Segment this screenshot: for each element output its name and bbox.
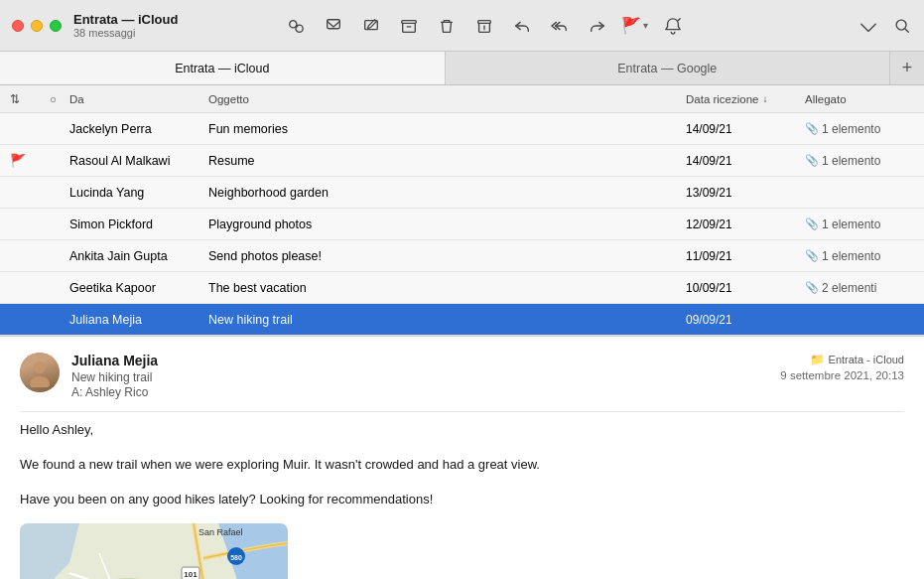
svg-point-10 — [34, 362, 46, 373]
from-cell: Lucinda Yang — [69, 186, 208, 200]
toolbar-right — [858, 16, 912, 36]
svg-rect-5 — [478, 20, 491, 23]
date-cell: 13/09/21 — [686, 186, 805, 200]
subject-cell: Resume — [208, 154, 686, 168]
date-cell: 11/09/21 — [686, 249, 805, 263]
attachment-header[interactable]: Allegato — [805, 93, 924, 105]
flag-dropdown-icon: ▾ — [643, 20, 648, 31]
minimize-button[interactable] — [31, 20, 43, 32]
subject-cell: Send photos please! — [208, 249, 686, 263]
attach-cell: 📎1 elemento — [805, 154, 924, 168]
paperclip-icon: 📎 — [805, 122, 819, 135]
window-title: Entrata — iCloud — [73, 12, 178, 27]
email-detail-pane: Juliana Mejia New hiking trail A: Ashley… — [0, 336, 924, 579]
svg-point-8 — [896, 20, 906, 30]
reply-all-icon[interactable] — [550, 16, 570, 36]
from-cell: Rasoul Al Malkawi — [69, 154, 208, 168]
svg-text:580: 580 — [230, 554, 242, 561]
body-paragraph-2: We found a new trail when we were explor… — [20, 455, 904, 476]
table-row[interactable]: Lucinda Yang Neighborhood garden 13/09/2… — [0, 177, 924, 209]
received-time: 9 settembre 2021, 20:13 — [780, 369, 904, 381]
svg-line-9 — [905, 29, 908, 32]
junk-icon[interactable] — [474, 16, 494, 36]
tab-google[interactable]: Entrata — Google — [446, 52, 891, 84]
attach-cell: 📎1 elemento — [805, 217, 924, 231]
date-cell: 09/09/21 — [686, 313, 805, 327]
date-cell: 14/09/21 — [686, 154, 805, 168]
to-line: A: Ashley Rico — [71, 385, 780, 399]
map-svg: San Rafael Bolinas Muir Woods National M… — [20, 523, 288, 579]
search-icon[interactable] — [892, 16, 912, 36]
from-cell: Geetika Kapoor — [69, 281, 208, 295]
reply-icon[interactable] — [512, 16, 532, 36]
flag-icon: 🚩 — [621, 16, 641, 35]
forward-icon[interactable] — [588, 16, 607, 36]
subject-header[interactable]: Oggetto — [208, 93, 686, 105]
body-paragraph-1: Hello Ashley, — [20, 420, 904, 441]
flag-cell: 🚩 — [10, 153, 30, 168]
folder-icon: 📁 — [810, 353, 825, 366]
tabbar: Entrata — iCloud Entrata — Google + — [0, 52, 924, 85]
detail-meta: 📁 Entrata - iCloud 9 settembre 2021, 20:… — [780, 353, 904, 381]
table-row[interactable]: Ankita Jain Gupta Send photos please! 11… — [0, 240, 924, 272]
more-icon[interactable] — [858, 16, 878, 36]
paperclip-icon: 📎 — [805, 249, 819, 262]
subject-cell: The best vacation — [208, 281, 686, 295]
svg-point-11 — [30, 376, 50, 387]
table-row[interactable]: Juliana Mejia New hiking trail 09/09/21 — [0, 304, 924, 336]
maximize-button[interactable] — [50, 20, 62, 32]
detail-header: Juliana Mejia New hiking trail A: Ashley… — [20, 353, 904, 412]
body-paragraph-3: Have you been on any good hikes lately? … — [20, 490, 904, 510]
message-count: 38 messaggi — [73, 27, 178, 39]
table-row[interactable]: 🚩 Rasoul Al Malkawi Resume 14/09/21 📎1 e… — [0, 145, 924, 177]
map-attachment[interactable]: San Rafael Bolinas Muir Woods National M… — [20, 523, 288, 579]
from-header[interactable]: Da — [69, 93, 208, 105]
email-list: ⇅ ○ Da Oggetto Data ricezione ↓ Allegato… — [0, 85, 924, 336]
subject-cell: Playground photos — [208, 217, 686, 231]
svg-text:101: 101 — [184, 570, 198, 579]
table-row[interactable]: Simon Pickford Playground photos 12/09/2… — [0, 209, 924, 240]
window-title-group: Entrata — iCloud 38 messaggi — [73, 12, 178, 39]
notification-icon[interactable] — [663, 16, 683, 36]
subject-cell: Fun memories — [208, 122, 686, 136]
from-cell: Ankita Jain Gupta — [69, 249, 208, 263]
sort-arrow-icon: ↓ — [763, 93, 768, 104]
flag-button[interactable]: 🚩 ▾ — [625, 16, 645, 36]
sort-icon[interactable]: ⇅ — [10, 92, 30, 106]
attach-cell: 📎2 elementi — [805, 281, 924, 295]
column-headers: ⇅ ○ Da Oggetto Data ricezione ↓ Allegato — [0, 85, 924, 113]
paperclip-icon: 📎 — [805, 217, 819, 230]
toolbar: 🚩 ▾ — [286, 16, 683, 36]
add-tab-button[interactable]: + — [890, 52, 924, 84]
avatar — [20, 353, 60, 392]
compose-icon[interactable] — [324, 16, 343, 36]
thread-icon[interactable] — [286, 16, 306, 36]
table-row[interactable]: Jackelyn Perra Fun memories 14/09/21 📎1 … — [0, 113, 924, 145]
subject-cell: New hiking trail — [208, 313, 686, 327]
trash-icon[interactable] — [437, 16, 457, 36]
attach-cell: 📎1 elemento — [805, 249, 924, 263]
date-cell: 14/09/21 — [686, 122, 805, 136]
subject-cell: Neighborhood garden — [208, 186, 686, 200]
main-content: ⇅ ○ Da Oggetto Data ricezione ↓ Allegato… — [0, 85, 924, 579]
attach-cell: 📎1 elemento — [805, 122, 924, 136]
svg-line-7 — [678, 18, 680, 20]
tab-icloud[interactable]: Entrata — iCloud — [0, 52, 446, 84]
new-message-icon[interactable] — [361, 16, 381, 36]
avatar-image — [20, 353, 60, 392]
sender-name: Juliana Mejia — [71, 353, 780, 368]
traffic-lights — [12, 20, 62, 32]
titlebar: Entrata — iCloud 38 messaggi — [0, 0, 924, 52]
date-header[interactable]: Data ricezione ↓ — [686, 93, 805, 105]
svg-rect-4 — [402, 20, 416, 23]
email-subject: New hiking trail — [71, 370, 780, 384]
paperclip-icon: 📎 — [805, 154, 819, 167]
paperclip-icon: 📎 — [805, 281, 819, 294]
date-cell: 10/09/21 — [686, 281, 805, 295]
table-row[interactable]: Geetika Kapoor The best vacation 10/09/2… — [0, 272, 924, 304]
close-button[interactable] — [12, 20, 24, 32]
mailbox-badge: 📁 Entrata - iCloud — [810, 353, 904, 366]
date-cell: 12/09/21 — [686, 217, 805, 231]
archive-icon[interactable] — [399, 16, 419, 36]
from-cell: Simon Pickford — [69, 217, 208, 231]
